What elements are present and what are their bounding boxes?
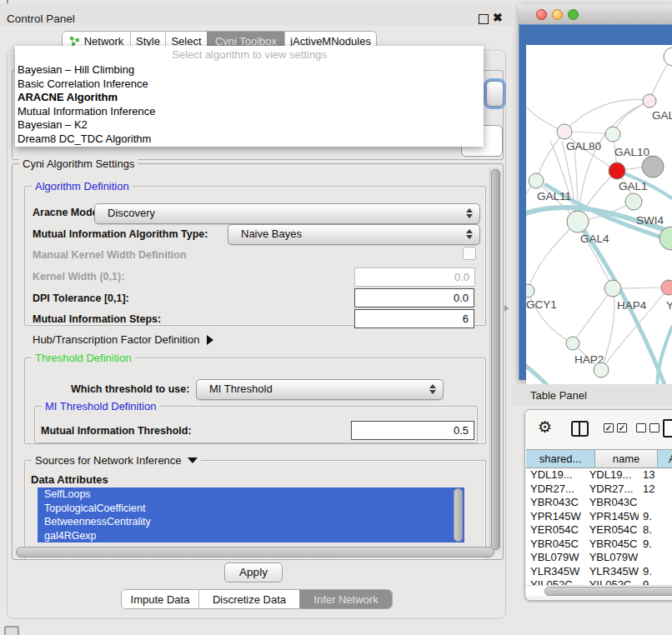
network-edge[interactable]	[564, 99, 649, 132]
network-node[interactable]	[594, 362, 609, 378]
table-row[interactable]: YBR045CYBR045C9.	[526, 538, 672, 552]
table-cell: YDL19...	[526, 468, 585, 482]
network-edge[interactable]	[526, 230, 528, 291]
table-cell: YBL079W	[526, 551, 585, 565]
table-horizontal-scrollbar[interactable]	[526, 585, 672, 596]
attribute-list-item[interactable]: SelfLoops	[38, 488, 464, 502]
network-window-frame: GAL7GAL80GAL10GAL1GAL11SWI4GAL4GCY1HAP4Y…	[519, 24, 672, 380]
column-layout-icon[interactable]	[571, 421, 589, 437]
table-cell	[639, 551, 672, 565]
table-panel-title: Table Panel	[530, 389, 587, 402]
table-row[interactable]: YDL19...YDL19...13	[526, 468, 672, 482]
network-node-gal10[interactable]	[605, 127, 620, 142]
table-row[interactable]: YER054CYER054C8.	[526, 523, 672, 538]
manual-kernel-checkbox[interactable]	[463, 247, 476, 260]
zoom-traffic-light[interactable]	[568, 9, 579, 20]
cyni-algorithm-settings-group: Cyni Algorithm Settings Algorithm Defini…	[12, 163, 504, 560]
which-threshold-combobox[interactable]: MI Threshold	[196, 379, 444, 400]
kernel-width-field[interactable]: 0.0	[354, 268, 475, 287]
algorithm-option[interactable]: Bayesian – K2	[15, 118, 484, 132]
table-row[interactable]: YDR27...YDR27...12	[526, 482, 672, 497]
hidden-algorithm-combobox[interactable]	[486, 81, 504, 107]
table-cell: YPR145W	[585, 510, 639, 524]
float-window-icon[interactable]	[479, 14, 489, 24]
network-node[interactable]	[664, 48, 672, 66]
scrollbar-thumb[interactable]	[491, 169, 500, 550]
table-column-header[interactable]: A	[658, 449, 672, 468]
gear-icon[interactable]: ⚙	[538, 418, 552, 437]
minimize-traffic-light[interactable]	[552, 9, 563, 20]
aracne-mode-combobox[interactable]: Discovery	[94, 203, 480, 224]
mi-threshold-field[interactable]: 0.5	[351, 421, 474, 440]
hub-definition-toggle[interactable]: Hub/Transcription Factor Definition	[33, 333, 213, 346]
network-node-label: GAL1	[619, 180, 648, 192]
scrollbar-thumb[interactable]	[544, 587, 672, 596]
network-node-y[interactable]	[661, 280, 672, 295]
attribute-list-item[interactable]: BetweennessCentrality	[38, 515, 464, 529]
table-row[interactable]: YLR345WYLR345W9.	[526, 565, 672, 579]
settings-group-title: Cyni Algorithm Settings	[19, 158, 138, 170]
threshold-definition-title: Threshold Definition	[32, 352, 135, 364]
algorithm-option[interactable]: ARACNE Algorithm	[15, 91, 484, 105]
network-node-hap4[interactable]	[604, 280, 621, 297]
network-node-gal1[interactable]	[609, 162, 625, 179]
collapse-down-icon[interactable]	[188, 458, 198, 463]
kernel-width-label: Kernel Width (0,1):	[33, 271, 124, 282]
attribute-list-item[interactable]: gal4RGexp	[38, 529, 464, 543]
expand-right-icon[interactable]	[207, 335, 213, 345]
network-node-gal80[interactable]	[557, 124, 572, 139]
table-row[interactable]: YBR043CYBR043C	[526, 496, 672, 510]
algorithm-option[interactable]: Dream8 DC_TDC Algorithm	[15, 132, 484, 147]
table-cell: YDR27...	[526, 482, 585, 497]
network-node-gal11[interactable]	[529, 173, 544, 188]
algorithm-option[interactable]: Mutual Information Inference	[15, 105, 484, 119]
apply-button[interactable]: Apply	[224, 562, 283, 582]
tab-impute-data[interactable]: Impute Data	[122, 590, 198, 608]
table-column-header[interactable]: name	[595, 449, 658, 468]
network-node-label: GAL7	[652, 109, 672, 122]
list-scrollbar[interactable]	[454, 488, 463, 542]
settings-vertical-scrollbar[interactable]	[489, 168, 501, 553]
mi-steps-field[interactable]: 6	[354, 309, 474, 328]
network-node[interactable]	[642, 156, 664, 178]
network-node-hap2[interactable]	[566, 337, 579, 350]
document-icon[interactable]	[663, 419, 672, 438]
table-header-row: shared...nameA	[526, 449, 672, 468]
checked-checkbox-icon[interactable]: ✓	[617, 423, 627, 432]
panel-divider-handle[interactable]	[504, 305, 509, 312]
network-node-gcy1[interactable]	[526, 284, 534, 298]
close-traffic-light[interactable]	[536, 9, 547, 20]
network-edge[interactable]	[573, 288, 613, 343]
hub-definition-label: Hub/Transcription Factor Definition	[33, 333, 199, 346]
network-edge[interactable]	[528, 222, 578, 291]
network-edge[interactable]	[536, 132, 564, 181]
algorithm-option[interactable]: Basic Correlation Inference	[15, 78, 484, 92]
network-window-titlebar[interactable]	[519, 4, 672, 25]
control-panel-title: Control Panel	[7, 12, 75, 25]
mi-type-label: Mutual Information Algorithm Type:	[33, 228, 208, 240]
dpi-tolerance-field[interactable]: 0.0	[354, 288, 474, 308]
network-node-label: Y	[666, 299, 672, 312]
attribute-list-item[interactable]: TopologicalCoefficient	[38, 502, 464, 516]
settings-horizontal-scrollbar[interactable]	[16, 547, 494, 558]
network-node-gal4[interactable]	[567, 211, 589, 232]
table-row[interactable]: YBL079WYBL079W	[526, 551, 672, 565]
table-row[interactable]: YPR145WYPR145W9.	[526, 510, 672, 524]
table-cell: YLR345W	[526, 565, 585, 579]
which-threshold-label: Which threshold to use:	[71, 383, 189, 395]
table-column-header[interactable]: shared...	[526, 449, 595, 468]
network-canvas[interactable]: GAL7GAL80GAL10GAL1GAL11SWI4GAL4GCY1HAP4Y…	[526, 45, 672, 391]
data-attributes-list[interactable]: SelfLoopsTopologicalCoefficientBetweenne…	[38, 488, 464, 542]
algorithm-option[interactable]: Bayesian – Hill Climbing	[15, 63, 484, 78]
tab-discretize-data[interactable]: Discretize Data	[198, 590, 299, 608]
checked-checkbox-icon[interactable]: ✓	[604, 423, 614, 432]
close-icon[interactable]: ✖	[493, 11, 503, 24]
network-node-swi4[interactable]	[625, 193, 642, 210]
table-row[interactable]: YIL052CYIL052C9.	[526, 578, 672, 585]
unchecked-checkbox-icon[interactable]	[636, 423, 646, 432]
tab-infer-network[interactable]: Infer Network	[299, 590, 392, 608]
unchecked-checkbox-icon[interactable]	[649, 423, 659, 432]
dock-square-icon[interactable]	[4, 626, 19, 635]
mi-type-combobox[interactable]: Naive Bayes	[228, 224, 480, 245]
network-node-gal7[interactable]	[643, 94, 656, 108]
